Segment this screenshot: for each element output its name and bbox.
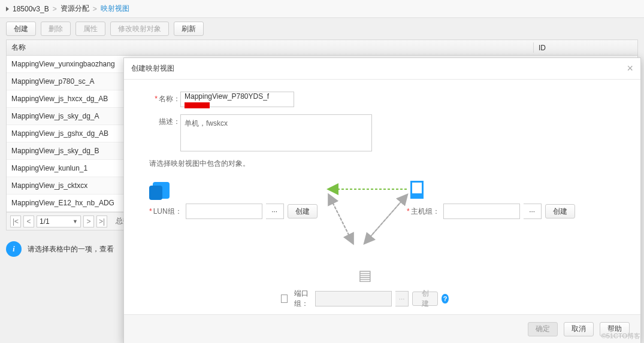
svg-line-1 <box>329 195 353 243</box>
lun-label: LUN组： <box>149 207 182 217</box>
port-group: ▤ 端口组： ··· 创建 ? <box>281 267 449 309</box>
dialog-titlebar: 创建映射视图 × <box>124 58 640 80</box>
name-label: 名称： <box>149 92 180 104</box>
dialog-title: 创建映射视图 <box>131 63 174 74</box>
lun-group: LUN组： ··· 创建 <box>149 177 318 219</box>
port-create-button: 创建 <box>412 292 438 306</box>
select-hint: 请选择映射视图中包含的对象。 <box>149 159 626 169</box>
redaction <box>185 102 210 108</box>
host-icon <box>410 181 424 199</box>
dialog-footer: 确定 取消 帮助 <box>124 314 640 343</box>
lun-icon <box>153 182 170 199</box>
cancel-button[interactable]: 取消 <box>564 322 594 336</box>
create-mapping-dialog: 创建映射视图 × 名称： MappingView_P780YDS_f 描述： 请… <box>123 57 641 343</box>
svg-line-2 <box>329 195 353 243</box>
watermark: ©51CTO博客 <box>601 332 640 341</box>
port-input <box>315 291 392 306</box>
desc-input[interactable] <box>180 114 372 151</box>
dialog-body: 名称： MappingView_P780YDS_f 描述： 请选择映射视图中包含… <box>124 80 640 314</box>
host-label: 主机组： <box>407 207 440 217</box>
lun-input[interactable] <box>186 204 262 219</box>
group-area: LUN组： ··· 创建 主机组： ··· 创建 ▤ <box>149 177 626 315</box>
name-input[interactable]: MappingView_P780YDS_f <box>180 92 294 107</box>
port-browse-button: ··· <box>395 291 409 306</box>
port-label: 端口组： <box>291 289 312 309</box>
close-icon[interactable]: × <box>627 62 633 75</box>
svg-line-3 <box>365 195 407 243</box>
host-create-button[interactable]: 创建 <box>545 204 575 218</box>
desc-label: 描述： <box>149 114 180 127</box>
host-input[interactable] <box>443 204 520 219</box>
svg-line-4 <box>365 195 407 243</box>
lun-browse-button[interactable]: ··· <box>266 204 284 219</box>
host-browse-button[interactable]: ··· <box>524 204 542 219</box>
ok-button[interactable]: 确定 <box>528 322 558 336</box>
port-icon: ▤ <box>281 267 449 284</box>
lun-create-button[interactable]: 创建 <box>288 204 318 218</box>
port-checkbox[interactable] <box>281 295 288 303</box>
host-group: 主机组： ··· 创建 <box>407 177 575 219</box>
help-icon[interactable]: ? <box>442 294 449 303</box>
